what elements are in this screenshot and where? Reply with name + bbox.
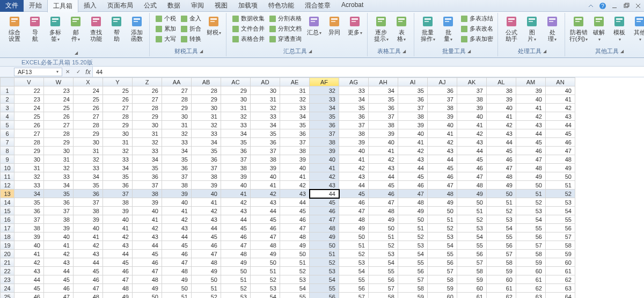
ribbon-button[interactable]: 其他▾ — [631, 14, 644, 44]
cell[interactable]: 44 — [192, 224, 221, 232]
cell[interactable]: 50 — [457, 198, 487, 207]
cell[interactable]: 29 — [74, 129, 103, 138]
cell[interactable]: 43 — [14, 267, 44, 275]
spreadsheet-grid[interactable]: VWXYZAAABACADAEAFAGAHAIAJAKALAMAN1222324… — [0, 77, 644, 298]
cell[interactable]: 59 — [516, 258, 546, 267]
chevron-down-icon[interactable]: ▾ — [56, 69, 58, 74]
cell[interactable]: 51 — [192, 284, 221, 293]
column-header[interactable]: W — [44, 78, 74, 86]
row-header[interactable]: 19 — [1, 241, 14, 250]
cell[interactable]: 46 — [14, 293, 44, 299]
cell[interactable]: 50 — [251, 258, 280, 267]
menu-tab-加载项[interactable]: 加载项 — [233, 0, 263, 12]
cell[interactable]: 35 — [74, 181, 103, 190]
cell[interactable]: 52 — [487, 207, 516, 215]
cell[interactable]: 56 — [428, 258, 457, 267]
column-header[interactable]: AK — [457, 78, 487, 86]
cell[interactable]: 54 — [280, 284, 310, 293]
cell[interactable]: 43 — [546, 112, 575, 121]
cell[interactable]: 46 — [428, 172, 457, 181]
cell[interactable]: 43 — [339, 172, 369, 181]
cell[interactable]: 36 — [74, 190, 103, 198]
cell[interactable]: 41 — [457, 121, 487, 129]
cell[interactable]: 42 — [251, 190, 280, 198]
cell[interactable]: 56 — [457, 250, 487, 258]
cell[interactable]: 36 — [339, 112, 369, 121]
cell[interactable]: 33 — [339, 86, 369, 95]
cell[interactable]: 36 — [369, 104, 398, 112]
row-header[interactable]: 24 — [1, 284, 14, 293]
cell[interactable]: 43 — [457, 138, 487, 147]
cell[interactable]: 42 — [44, 250, 74, 258]
ribbon-button[interactable]: 多标签▾ — [46, 14, 64, 44]
cell[interactable]: 55 — [369, 267, 398, 275]
ribbon-mini-button[interactable]: 数据收集 — [231, 14, 266, 23]
cell[interactable]: 41 — [428, 129, 457, 138]
cell[interactable]: 57 — [487, 250, 516, 258]
cell[interactable]: 40 — [369, 138, 398, 147]
cell[interactable]: 46 — [103, 267, 133, 275]
cell[interactable]: 58 — [428, 275, 457, 284]
cell[interactable]: 37 — [44, 207, 74, 215]
row-header[interactable]: 11 — [1, 172, 14, 181]
row-header[interactable]: 9 — [1, 155, 14, 164]
cell[interactable]: 58 — [369, 293, 398, 299]
cell[interactable]: 45 — [428, 164, 457, 172]
ribbon-button[interactable]: 汇总▾ — [305, 14, 323, 38]
cell[interactable]: 42 — [162, 215, 192, 224]
cell[interactable]: 53 — [280, 275, 310, 284]
cell[interactable]: 52 — [546, 190, 575, 198]
ribbon-button[interactable]: 异同 — [325, 14, 343, 37]
cell[interactable]: 59 — [428, 284, 457, 293]
cell[interactable]: 40 — [162, 198, 192, 207]
cell[interactable]: 27 — [162, 86, 192, 95]
cell[interactable]: 32 — [162, 129, 192, 138]
cell[interactable]: 23 — [44, 86, 74, 95]
cell[interactable]: 42 — [369, 155, 398, 164]
cell[interactable]: 35 — [398, 86, 428, 95]
cell[interactable]: 45 — [44, 275, 74, 284]
ribbon-mini-button[interactable]: 分割文档 — [268, 24, 303, 33]
column-header[interactable]: AN — [546, 78, 575, 86]
cell[interactable]: 38 — [487, 86, 516, 95]
cell[interactable]: 58 — [546, 241, 575, 250]
cell[interactable]: 37 — [103, 190, 133, 198]
column-header[interactable]: AJ — [428, 78, 457, 86]
menu-tab-审阅[interactable]: 审阅 — [186, 0, 209, 12]
cell[interactable]: 27 — [44, 121, 74, 129]
cell[interactable]: 41 — [310, 164, 339, 172]
cell[interactable]: 38 — [133, 190, 162, 198]
cell[interactable]: 40 — [74, 224, 103, 232]
row-header[interactable]: 22 — [1, 267, 14, 275]
cell[interactable]: 41 — [487, 112, 516, 121]
cell[interactable]: 25 — [44, 104, 74, 112]
menu-tab-开始[interactable]: 开始 — [24, 0, 47, 12]
cell[interactable]: 31 — [74, 147, 103, 155]
cell[interactable]: 43 — [280, 190, 310, 198]
cell[interactable]: 48 — [103, 284, 133, 293]
menu-tab-数据[interactable]: 数据 — [162, 0, 186, 12]
cell[interactable]: 32 — [310, 86, 339, 95]
cell[interactable]: 28 — [162, 95, 192, 104]
cell[interactable]: 46 — [133, 258, 162, 267]
cell[interactable]: 47 — [44, 293, 74, 299]
cell[interactable]: 48 — [516, 164, 546, 172]
cell[interactable]: 53 — [487, 215, 516, 224]
cell[interactable]: 30 — [251, 86, 280, 95]
cell[interactable]: 25 — [14, 112, 44, 121]
cell[interactable]: 49 — [251, 250, 280, 258]
cell[interactable]: 39 — [339, 138, 369, 147]
cell[interactable]: 35 — [44, 190, 74, 198]
cell[interactable]: 41 — [103, 224, 133, 232]
cell[interactable]: 43 — [487, 129, 516, 138]
formula-input[interactable]: 44 — [92, 67, 644, 77]
cell[interactable]: 58 — [487, 258, 516, 267]
cell[interactable]: 34 — [103, 164, 133, 172]
ribbon-button[interactable]: 批量操作▾ — [419, 14, 437, 44]
cell[interactable]: 33 — [14, 181, 44, 190]
cell[interactable]: 38 — [428, 104, 457, 112]
cell[interactable]: 40 — [398, 129, 428, 138]
cell[interactable]: 44 — [162, 232, 192, 241]
cell[interactable]: 41 — [546, 95, 575, 104]
cell[interactable]: 61 — [516, 275, 546, 284]
